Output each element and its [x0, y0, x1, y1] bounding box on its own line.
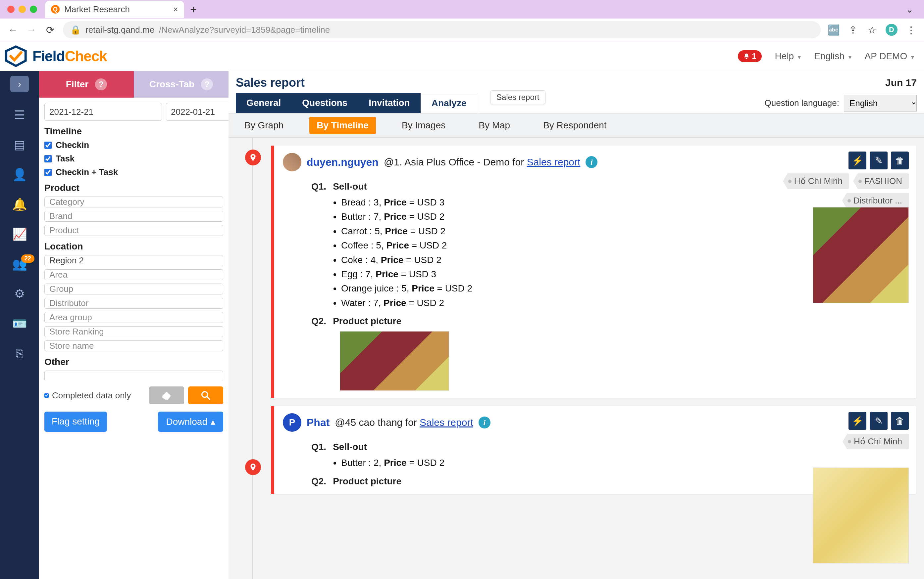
bell-icon [743, 53, 750, 60]
rail-expand-button[interactable]: › [10, 76, 29, 92]
rail-bell-icon[interactable]: 🔔 [0, 198, 39, 211]
areagroup-input[interactable] [44, 312, 223, 323]
edit-button[interactable]: ✎ [870, 412, 888, 430]
subtab-timeline[interactable]: By Timeline [309, 117, 376, 134]
other-input[interactable] [44, 371, 223, 381]
browser-chrome: Q Market Research × + ⌄ ← → ⟳ 🔒 retail-s… [0, 0, 924, 41]
brand-input[interactable] [44, 211, 223, 222]
distributor-input[interactable] [44, 298, 223, 309]
tab-general[interactable]: General [236, 93, 291, 113]
download-button[interactable]: Download▴ [158, 412, 223, 432]
tabs-menu-icon[interactable]: ⌄ [906, 4, 920, 15]
rail-dashboard-icon[interactable]: ☰ [0, 108, 39, 122]
delete-button[interactable]: 🗑 [891, 152, 909, 169]
translate-icon[interactable]: 🔤 [828, 24, 839, 35]
profile-avatar[interactable]: D [886, 24, 898, 36]
chk-checkin-task[interactable]: Checkin + Task [44, 167, 223, 177]
zap-button[interactable]: ⚡ [849, 412, 867, 430]
user-name[interactable]: duyen.nguyen [307, 156, 379, 168]
rail-copy-icon[interactable]: ⎘ [0, 347, 39, 360]
window-close-icon[interactable] [7, 6, 15, 13]
map-pin-icon [249, 153, 257, 162]
tag-chip[interactable]: Hồ Chí Minh [842, 434, 909, 449]
tab-filter[interactable]: Filter? [39, 71, 134, 98]
info-icon[interactable]: i [586, 156, 597, 168]
user-avatar[interactable]: P [283, 413, 301, 432]
storename-input[interactable] [44, 340, 223, 352]
date-from-input[interactable] [44, 103, 162, 121]
subtab-map[interactable]: By Map [471, 117, 517, 134]
chk-completed[interactable]: Completed data only [44, 391, 131, 401]
tab-close-icon[interactable]: × [173, 4, 178, 15]
tab-analyze[interactable]: Analyze [420, 93, 478, 113]
address-bar[interactable]: 🔒 retail-stg.qand.me/NewAnalyze?surveyid… [63, 21, 821, 38]
rail-gear-icon[interactable]: ⚙ [0, 287, 39, 301]
window-min-icon[interactable] [18, 6, 26, 13]
browser-tab[interactable]: Q Market Research × [45, 1, 184, 18]
subtab-graph[interactable]: By Graph [237, 117, 291, 134]
rail-chart-icon[interactable]: 📈 [0, 227, 39, 241]
tag-chip[interactable]: Hồ Chí Minh [783, 173, 849, 189]
left-rail: › ☰ ▤ 👤 🔔 📈 👥22 ⚙ 🪪 ⎘ [0, 71, 39, 579]
user-avatar[interactable] [283, 153, 301, 172]
brand-logo[interactable]: FieldCheck [4, 44, 107, 68]
clear-button[interactable] [149, 386, 184, 404]
user-name[interactable]: Phat [307, 417, 330, 429]
card-location: @1. Asia Plus Office - Demo for Sales re… [384, 157, 580, 168]
region-input[interactable] [44, 255, 223, 266]
search-button[interactable] [188, 386, 223, 404]
lang-select[interactable]: English [844, 95, 917, 111]
product-input[interactable] [44, 225, 223, 236]
app-header: FieldCheck 1 Help ▾ English ▾ AP DEMO ▾ [0, 41, 924, 71]
category-input[interactable] [44, 196, 223, 208]
info-icon[interactable]: i [479, 417, 491, 429]
caret-down-icon: ▾ [911, 54, 914, 61]
new-tab-button[interactable]: + [187, 3, 200, 16]
rail-badge: 22 [21, 254, 34, 263]
answer-thumbnail[interactable] [340, 331, 449, 391]
tag-chip[interactable]: FASHION [853, 173, 909, 189]
forward-button[interactable]: → [26, 24, 37, 35]
date-to-input[interactable] [166, 103, 228, 121]
tab-crosstab[interactable]: Cross-Tab? [134, 71, 228, 98]
card-thumbnail[interactable] [813, 468, 909, 563]
reload-button[interactable]: ⟳ [44, 24, 56, 35]
lock-icon: 🔒 [70, 25, 81, 35]
area-input[interactable] [44, 269, 223, 280]
star-icon[interactable]: ☆ [867, 24, 878, 35]
rail-people-icon[interactable]: 👥22 [0, 257, 39, 271]
kebab-menu-icon[interactable]: ⋮ [906, 24, 917, 35]
language-menu[interactable]: English ▾ [814, 51, 852, 62]
rail-idcard-icon[interactable]: 🪪 [0, 317, 39, 330]
report-link[interactable]: Sales report [420, 417, 473, 428]
tab-questions[interactable]: Questions [291, 93, 358, 113]
zap-button[interactable]: ⚡ [849, 152, 867, 169]
rail-user-icon[interactable]: 👤 [0, 168, 39, 182]
subtab-respondent[interactable]: By Respondent [536, 117, 614, 134]
edit-button[interactable]: ✎ [870, 152, 888, 169]
flag-setting-button[interactable]: Flag setting [44, 412, 107, 432]
rail-clipboard-icon[interactable]: ▤ [0, 138, 39, 152]
help-icon[interactable]: ? [201, 79, 213, 90]
notification-pill[interactable]: 1 [738, 50, 762, 62]
chk-checkin[interactable]: Checkin [44, 140, 223, 150]
timeline-list[interactable]: ⚡ ✎ 🗑 duyen.nguyen @1. Asia Plus Office … [228, 137, 924, 579]
user-menu[interactable]: AP DEMO ▾ [865, 51, 914, 62]
ranking-input[interactable] [44, 326, 223, 337]
help-icon[interactable]: ? [95, 79, 107, 90]
tag-chip[interactable]: Distributor ... [842, 193, 909, 208]
svg-point-0 [202, 392, 208, 397]
subtab-images[interactable]: By Images [394, 117, 453, 134]
share-icon[interactable]: ⇪ [847, 24, 858, 35]
delete-button[interactable]: 🗑 [891, 412, 909, 430]
tab-invitation[interactable]: Invitation [358, 93, 420, 113]
sellout-item: Butter : 7, Price = USD 2 [341, 209, 742, 224]
back-button[interactable]: ← [7, 24, 18, 35]
report-link[interactable]: Sales report [527, 157, 581, 167]
group-input[interactable] [44, 283, 223, 294]
card-thumbnail[interactable] [813, 207, 909, 303]
help-menu[interactable]: Help ▾ [775, 51, 801, 62]
filter-heading-timeline: Timeline [44, 126, 223, 137]
window-max-icon[interactable] [30, 6, 37, 13]
chk-task[interactable]: Task [44, 154, 223, 164]
